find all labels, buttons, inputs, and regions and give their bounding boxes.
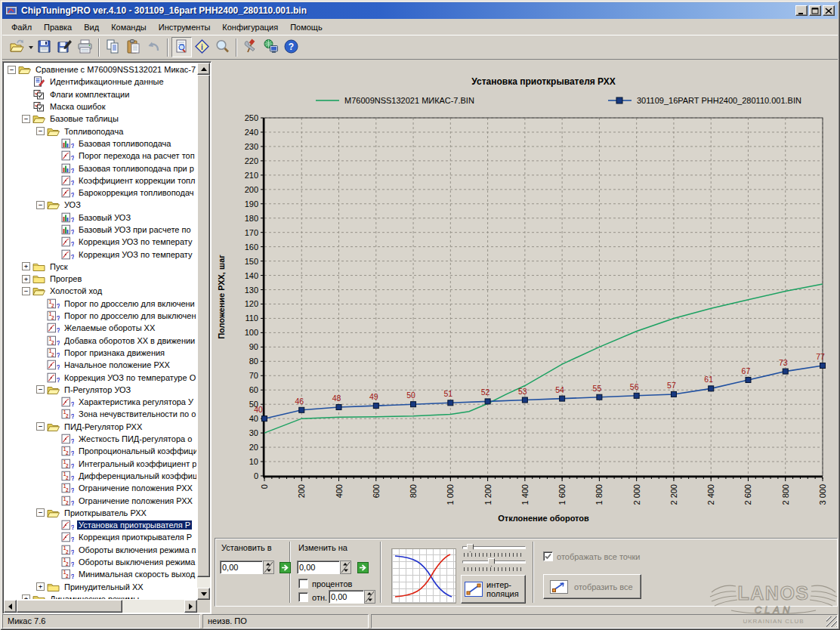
tree-item[interactable]: 12?Дифференциальный коэффиц	[5, 470, 196, 482]
vertical-scroll-thumb[interactable]	[197, 75, 210, 577]
tree-item[interactable]: −Топливоподача	[5, 125, 196, 137]
slider-thumb[interactable]	[467, 544, 474, 552]
series2-point[interactable]	[485, 399, 490, 404]
series2-point[interactable]	[783, 369, 788, 374]
info-button[interactable]: i	[192, 37, 212, 57]
tree-item[interactable]: +Динамические режимы	[5, 593, 196, 599]
tools-button[interactable]	[240, 37, 261, 57]
tree-item[interactable]: ?Коррекция УОЗ по температу	[5, 248, 196, 260]
tree-item[interactable]: 12?Порог по дросселю для включени	[5, 298, 196, 310]
paste-button[interactable]	[123, 37, 144, 57]
set-value-spinner[interactable]	[263, 561, 274, 574]
slider-thumb[interactable]	[488, 558, 495, 567]
tree-item[interactable]: −ПИД-Регулятор РХХ	[5, 421, 196, 433]
expand-toggle[interactable]: −	[36, 385, 45, 394]
smoothing-slider-2[interactable]	[462, 558, 526, 571]
tree-item[interactable]: −Холостой ход	[5, 285, 196, 297]
tree-item[interactable]: 12?Порог по дросселю для выключен	[5, 310, 196, 322]
series2-point[interactable]	[262, 416, 267, 422]
close-button[interactable]	[823, 5, 835, 16]
tree-item[interactable]: −УОЗ	[5, 199, 196, 211]
series2-point[interactable]	[336, 404, 341, 409]
expand-toggle[interactable]: +	[36, 582, 45, 591]
tree-item[interactable]: 12?Минимальная скорость выход	[5, 568, 196, 580]
tree-item[interactable]: 12?Порог признака движения	[5, 347, 196, 359]
tree-vertical-scrollbar[interactable]	[197, 63, 210, 600]
expand-toggle[interactable]: −	[36, 127, 45, 135]
tree-item[interactable]: Идентификационные данные	[5, 76, 196, 88]
tree-item-selected[interactable]: ?Установка приоткрывателя Р	[5, 519, 196, 531]
apply-set-button[interactable]	[279, 562, 291, 573]
save-button[interactable]	[34, 37, 54, 57]
change-by-input[interactable]	[297, 561, 340, 574]
scroll-up-button[interactable]	[197, 63, 210, 75]
tree-item[interactable]: Флаги комплектации	[5, 88, 196, 100]
relative-checkbox[interactable]: отн.	[298, 592, 327, 602]
scroll-right-button[interactable]	[184, 600, 197, 613]
percent-checkbox-box[interactable]	[298, 579, 308, 588]
interpolation-button[interactable]: интер-поляция	[461, 575, 526, 604]
curves-thumbnail[interactable]	[391, 548, 456, 604]
smoothing-slider-1[interactable]	[462, 544, 526, 557]
relative-value-spinner[interactable]	[364, 590, 375, 604]
tree-item[interactable]: ?Жесткость ПИД-регулятора о	[5, 433, 196, 445]
series2-point[interactable]	[597, 394, 602, 400]
expand-toggle[interactable]: −	[22, 287, 30, 295]
tree-item[interactable]: −П-Регулятор УОЗ	[5, 384, 196, 396]
series2-point[interactable]	[820, 363, 826, 369]
series2-point[interactable]	[746, 377, 751, 382]
expand-toggle[interactable]: −	[36, 201, 45, 209]
expand-toggle[interactable]: −	[8, 66, 16, 74]
open-button[interactable]	[7, 37, 27, 57]
compare-button[interactable]	[171, 37, 192, 57]
show-all-button[interactable]: отобразить все	[543, 574, 641, 599]
tree-item[interactable]: 12?Ограничение положения РХХ	[5, 482, 196, 494]
expand-toggle[interactable]: −	[36, 508, 45, 517]
series2-point[interactable]	[560, 396, 565, 401]
menu-edit[interactable]: Правка	[38, 20, 78, 34]
map-chart[interactable]: 0102030405060708090100110120130140150160…	[214, 60, 838, 538]
network-button[interactable]	[261, 37, 281, 57]
menu-configuration[interactable]: Конфигурация	[216, 20, 284, 34]
tree-item[interactable]: −Базовые таблицы	[5, 113, 196, 125]
tree-item[interactable]: ?Порог перехода на расчет топ	[5, 150, 196, 162]
tree-item[interactable]: +Пуск	[5, 261, 196, 273]
menu-help[interactable]: Помощь	[284, 20, 329, 34]
tree-item[interactable]: ?Коррекция приоткрывателя Р	[5, 531, 196, 543]
tree-item[interactable]: ?Коэффициент коррекции топл	[5, 174, 196, 187]
horizontal-scroll-thumb[interactable]	[17, 600, 122, 613]
tree-item[interactable]: −Сравнение с M76009NSS132021 Микас-7.	[5, 63, 196, 76]
series2-point[interactable]	[522, 397, 527, 403]
resize-grip[interactable]	[826, 616, 837, 627]
show-all-points-checkbox-box[interactable]	[543, 551, 553, 561]
change-by-spinner[interactable]	[340, 561, 351, 574]
tree-item[interactable]: ?Базовая топливоподача при р	[5, 162, 196, 174]
tree-item[interactable]: ?Базовый УОЗ	[5, 212, 196, 224]
tree-item[interactable]: 12?Обороты включения режима п	[5, 544, 196, 556]
tree-item[interactable]: Маска ошибок	[5, 100, 196, 113]
series2-point[interactable]	[634, 393, 639, 398]
tree-item[interactable]: 12?Ограничение положения РХХ	[5, 494, 196, 506]
relative-value-input[interactable]	[329, 590, 364, 604]
save-as-button[interactable]	[54, 37, 75, 57]
scroll-left-button[interactable]	[4, 600, 17, 613]
percent-checkbox[interactable]: процентов	[298, 579, 352, 588]
menu-tools[interactable]: Инструменты	[153, 20, 217, 34]
print-button[interactable]	[75, 37, 95, 57]
relative-checkbox-box[interactable]	[298, 592, 308, 602]
zoom-button[interactable]	[212, 37, 233, 57]
show-all-points-checkbox[interactable]: отображать все точки	[543, 551, 640, 561]
expand-toggle[interactable]: +	[22, 262, 30, 270]
set-value-input[interactable]	[220, 561, 263, 574]
tree-item[interactable]: 12?Обороты выключения режима	[5, 556, 196, 568]
tree-horizontal-scrollbar[interactable]	[4, 600, 197, 613]
apply-change-button[interactable]	[357, 562, 369, 573]
tree-item[interactable]: 12?Добавка оборотов ХХ в движении	[5, 335, 196, 347]
expand-toggle[interactable]: −	[22, 115, 30, 123]
series2-point[interactable]	[411, 402, 416, 407]
copy-button[interactable]	[103, 37, 123, 57]
open-dropdown-caret[interactable]	[27, 37, 34, 57]
tree-item[interactable]: ?Коррекция УОЗ по температу	[5, 236, 196, 248]
tree-item[interactable]: +Принудительный ХХ	[5, 580, 196, 592]
menu-file[interactable]: Файл	[5, 20, 38, 34]
